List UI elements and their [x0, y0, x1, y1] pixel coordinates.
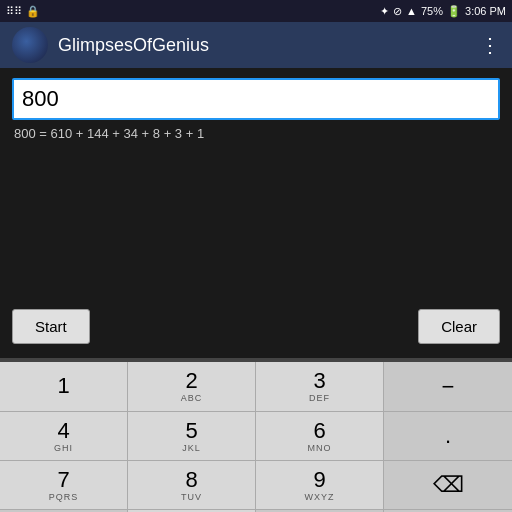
status-signal-icon: ▲	[406, 5, 417, 17]
status-left: ⠿⠿ 🔒	[6, 5, 40, 18]
key-9[interactable]: 9 WXYZ	[256, 461, 384, 509]
status-notifications: ⠿⠿	[6, 5, 22, 18]
key-3[interactable]: 3 DEF	[256, 362, 384, 411]
status-time: 3:06 PM	[465, 5, 506, 17]
key-5[interactable]: 5 JKL	[128, 412, 256, 460]
status-battery-percent: 75%	[421, 5, 443, 17]
status-bluetooth-icon: ✦	[380, 5, 389, 18]
keyboard: 1 2 ABC 3 DEF − 4 GHI 5 JKL 6 MNO .	[0, 362, 512, 512]
key-7[interactable]: 7 PQRS	[0, 461, 128, 509]
app-bar: GlimpsesOfGenius ⋮	[0, 22, 512, 68]
status-data-icon: ⊘	[393, 5, 402, 18]
app-title: GlimpsesOfGenius	[58, 35, 480, 56]
status-bar: ⠿⠿ 🔒 ✦ ⊘ ▲ 75% 🔋 3:06 PM	[0, 0, 512, 22]
menu-icon[interactable]: ⋮	[480, 33, 500, 57]
key-row-2: 4 GHI 5 JKL 6 MNO .	[0, 411, 512, 460]
key-6[interactable]: 6 MNO	[256, 412, 384, 460]
input-box[interactable]: 800	[12, 78, 500, 120]
clear-button[interactable]: Clear	[418, 309, 500, 344]
app-logo	[12, 27, 48, 63]
main-area: 800 800 = 610 + 144 + 34 + 8 + 3 + 1 Sta…	[0, 68, 512, 358]
status-right: ✦ ⊘ ▲ 75% 🔋 3:06 PM	[380, 5, 506, 18]
key-2[interactable]: 2 ABC	[128, 362, 256, 411]
key-1[interactable]: 1	[0, 362, 128, 411]
key-4[interactable]: 4 GHI	[0, 412, 128, 460]
key-8[interactable]: 8 TUV	[128, 461, 256, 509]
result-text: 800 = 610 + 144 + 34 + 8 + 3 + 1	[12, 126, 500, 141]
action-buttons: Start Clear	[12, 309, 500, 344]
status-battery-icon: 🔋	[447, 5, 461, 18]
key-dot[interactable]: .	[384, 412, 512, 460]
start-button[interactable]: Start	[12, 309, 90, 344]
key-minus[interactable]: −	[384, 362, 512, 411]
key-row-3: 7 PQRS 8 TUV 9 WXYZ ⌫	[0, 460, 512, 509]
key-row-1: 1 2 ABC 3 DEF −	[0, 362, 512, 411]
key-delete[interactable]: ⌫	[384, 461, 512, 509]
status-lock-icon: 🔒	[26, 5, 40, 18]
input-value: 800	[22, 86, 59, 112]
